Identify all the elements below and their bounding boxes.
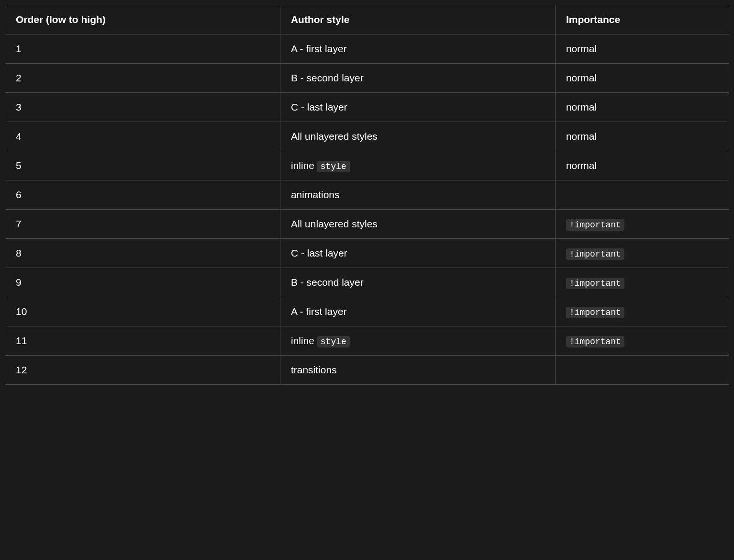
cell-order: 1 [5,34,280,64]
cell-importance: normal [555,64,729,93]
cell-importance: normal [555,34,729,64]
header-author-style: Author style [280,5,555,34]
header-importance: Importance [555,5,729,34]
cell-order: 11 [5,326,280,356]
cell-importance: !important [555,326,729,356]
cell-order: 7 [5,210,280,239]
cell-author-style: C - last layer [280,93,555,122]
table-row: 12transitions [5,356,729,385]
cell-importance: !important [555,268,729,297]
cell-order: 6 [5,180,280,210]
table-row: 3C - last layernormal [5,93,729,122]
cell-importance [555,356,729,385]
table-row: 9B - second layer!important [5,268,729,297]
cell-order: 12 [5,356,280,385]
code-token: !important [566,336,624,347]
cell-order: 8 [5,239,280,268]
cell-author-style: inline style [280,326,555,356]
cell-order: 4 [5,122,280,151]
cell-author-style: B - second layer [280,268,555,297]
table-row: 2B - second layernormal [5,64,729,93]
cell-author-style: transitions [280,356,555,385]
cell-author-style: inline style [280,151,555,180]
cell-author-style: animations [280,180,555,210]
table-row: 4All unlayered stylesnormal [5,122,729,151]
code-token: !important [566,219,624,231]
table-row: 6animations [5,180,729,210]
table-row: 11inline style!important [5,326,729,356]
cell-author-style: C - last layer [280,239,555,268]
cell-importance: !important [555,210,729,239]
cell-author-style: A - first layer [280,34,555,64]
cell-importance: !important [555,239,729,268]
code-token: style [317,161,350,172]
cell-order: 2 [5,64,280,93]
table-row: 10A - first layer!important [5,297,729,326]
code-token: !important [566,307,624,318]
table-row: 8C - last layer!important [5,239,729,268]
code-token: style [317,336,350,347]
cell-author-style: All unlayered styles [280,210,555,239]
cell-order: 10 [5,297,280,326]
table-row: 7All unlayered styles!important [5,210,729,239]
code-token: !important [566,248,624,260]
code-token: !important [566,278,624,289]
table-header-row: Order (low to high) Author style Importa… [5,5,729,34]
cell-author-style: B - second layer [280,64,555,93]
cell-importance [555,180,729,210]
cell-importance: normal [555,122,729,151]
cell-order: 3 [5,93,280,122]
cell-author-style: A - first layer [280,297,555,326]
header-order: Order (low to high) [5,5,280,34]
cascade-order-table: Order (low to high) Author style Importa… [5,5,729,385]
cell-importance: normal [555,93,729,122]
table-row: 5inline stylenormal [5,151,729,180]
cell-importance: normal [555,151,729,180]
cell-importance: !important [555,297,729,326]
cell-order: 5 [5,151,280,180]
cell-author-style: All unlayered styles [280,122,555,151]
cell-order: 9 [5,268,280,297]
table-row: 1A - first layernormal [5,34,729,64]
